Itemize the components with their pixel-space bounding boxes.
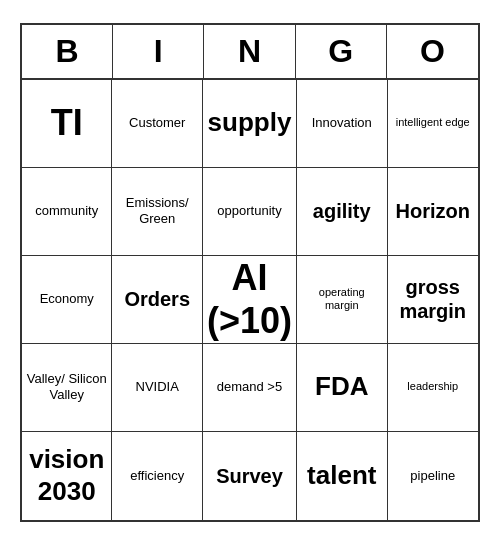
bingo-cell-20: vision 2030 <box>22 432 112 520</box>
bingo-cell-3: Innovation <box>297 80 387 168</box>
cell-text-0: TI <box>51 101 83 144</box>
bingo-cell-6: Emissions/ Green <box>112 168 202 256</box>
cell-text-14: gross margin <box>392 275 475 323</box>
bingo-cell-24: pipeline <box>388 432 479 520</box>
cell-text-10: Economy <box>40 291 94 307</box>
bingo-cell-11: Orders <box>112 256 202 344</box>
cell-text-21: efficiency <box>130 468 184 484</box>
cell-text-12: AI (>10) <box>207 256 292 342</box>
cell-text-22: Survey <box>216 464 283 488</box>
header-letter-n: N <box>204 25 295 78</box>
cell-text-6: Emissions/ Green <box>116 195 197 226</box>
header-letter-b: B <box>22 25 113 78</box>
cell-text-16: NVIDIA <box>136 379 179 395</box>
bingo-cell-9: Horizon <box>388 168 479 256</box>
bingo-cell-21: efficiency <box>112 432 202 520</box>
cell-text-3: Innovation <box>312 115 372 131</box>
cell-text-2: supply <box>208 107 292 138</box>
cell-text-23: talent <box>307 460 376 491</box>
cell-text-19: leadership <box>407 380 458 393</box>
header-letter-o: O <box>387 25 478 78</box>
bingo-cell-5: community <box>22 168 112 256</box>
bingo-cell-18: FDA <box>297 344 387 432</box>
bingo-cell-13: operating margin <box>297 256 387 344</box>
bingo-card: BINGO TICustomersupplyInnovationintellig… <box>20 23 480 522</box>
cell-text-1: Customer <box>129 115 185 131</box>
header-letter-i: I <box>113 25 204 78</box>
bingo-cell-15: Valley/ Silicon Valley <box>22 344 112 432</box>
bingo-cell-10: Economy <box>22 256 112 344</box>
bingo-cell-23: talent <box>297 432 387 520</box>
bingo-header: BINGO <box>22 25 478 80</box>
bingo-cell-0: TI <box>22 80 112 168</box>
cell-text-17: demand >5 <box>217 379 282 395</box>
cell-text-24: pipeline <box>410 468 455 484</box>
cell-text-20: vision 2030 <box>26 444 107 506</box>
cell-text-15: Valley/ Silicon Valley <box>26 371 107 402</box>
cell-text-5: community <box>35 203 98 219</box>
bingo-cell-2: supply <box>203 80 297 168</box>
bingo-cell-19: leadership <box>388 344 479 432</box>
bingo-cell-22: Survey <box>203 432 297 520</box>
bingo-cell-1: Customer <box>112 80 202 168</box>
bingo-cell-7: opportunity <box>203 168 297 256</box>
cell-text-13: operating margin <box>301 286 382 312</box>
bingo-cell-16: NVIDIA <box>112 344 202 432</box>
cell-text-8: agility <box>313 199 371 223</box>
header-letter-g: G <box>296 25 387 78</box>
cell-text-11: Orders <box>124 287 190 311</box>
cell-text-7: opportunity <box>217 203 281 219</box>
bingo-cell-8: agility <box>297 168 387 256</box>
bingo-grid: TICustomersupplyInnovationintelligent ed… <box>22 80 478 520</box>
cell-text-18: FDA <box>315 371 368 402</box>
cell-text-9: Horizon <box>396 199 470 223</box>
bingo-cell-12: AI (>10) <box>203 256 297 344</box>
cell-text-4: intelligent edge <box>396 116 470 129</box>
bingo-cell-17: demand >5 <box>203 344 297 432</box>
bingo-cell-4: intelligent edge <box>388 80 479 168</box>
bingo-cell-14: gross margin <box>388 256 479 344</box>
